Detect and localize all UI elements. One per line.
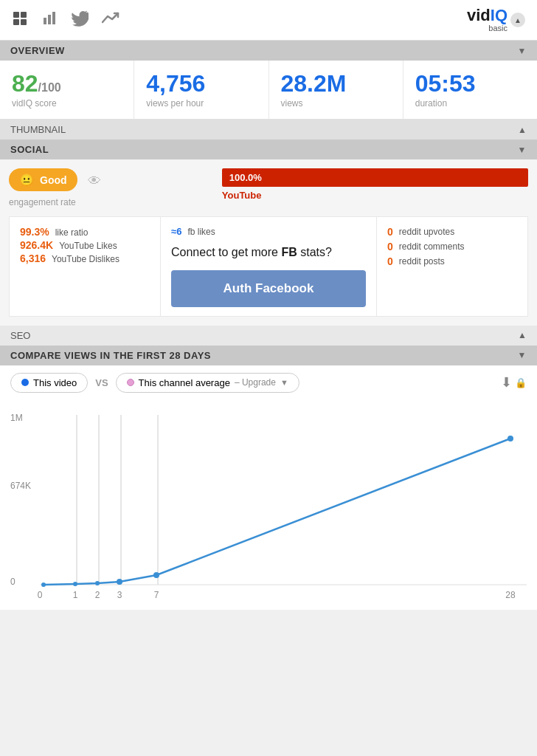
score-cell: 82/100 vidIQ score xyxy=(0,61,134,119)
compare-label: COMPARE VIEWS IN THE FIRST 28 DAYS xyxy=(10,350,211,361)
engagement-badge: 😐 Good xyxy=(9,168,77,191)
fb-likes-row: ≈6 fb likes xyxy=(171,226,366,237)
x-label-3: 3 xyxy=(117,590,122,599)
bar-chart-icon[interactable] xyxy=(41,10,58,30)
like-ratio-val: 99.3% xyxy=(20,226,49,238)
compare-section: This video VS This channel average – Upg… xyxy=(0,365,537,610)
duration-label: duration xyxy=(415,98,525,109)
fb-connect-text: Connect to get more FB stats? xyxy=(171,244,366,261)
twitter-icon[interactable] xyxy=(71,10,89,30)
chart-line xyxy=(44,439,510,585)
score-value: 82 xyxy=(12,70,38,97)
dropdown-arrow-icon[interactable]: ▼ xyxy=(280,378,288,387)
compare-chart: 1M 674K 0 0 1 2 3 7 28 xyxy=(10,408,527,599)
chart-dot-1 xyxy=(73,582,77,586)
trending-icon[interactable] xyxy=(102,10,119,30)
seo-section-header: SEO ▲ xyxy=(0,326,537,346)
x-label-1: 1 xyxy=(73,590,78,599)
youtube-bar-area: 100.0% YouTube xyxy=(222,168,528,201)
channel-avg-button[interactable]: This channel average – Upgrade ▼ xyxy=(116,373,299,393)
social-section-header: SOCIAL ▼ xyxy=(0,140,537,159)
upgrade-label: – Upgrade xyxy=(235,377,276,388)
yt-dislikes-item: 6,316 YouTube Dislikes xyxy=(20,252,150,264)
social-body: 😐 Good 👁 engagement rate 100.0% YouTube … xyxy=(0,159,537,325)
this-video-button[interactable]: This video xyxy=(10,373,88,393)
vs-text: VS xyxy=(95,377,108,388)
auth-facebook-label: Auth Facebook xyxy=(224,281,314,295)
eye-icon[interactable]: 👁 xyxy=(88,173,101,189)
reddit-upvotes-item: 0 reddit upvotes xyxy=(387,226,517,238)
this-video-dot xyxy=(21,379,29,386)
yt-dislikes-label: YouTube Dislikes xyxy=(52,254,119,264)
fb-col: ≈6 fb likes Connect to get more FB stats… xyxy=(161,217,377,315)
chart-area: 1M 674K 0 0 1 2 3 7 28 xyxy=(0,400,537,610)
svg-rect-2 xyxy=(13,19,19,25)
chart-dot-3 xyxy=(117,579,122,585)
reddit-col: 0 reddit upvotes 0 reddit comments 0 red… xyxy=(377,217,527,315)
fb-likes-label: fb likes xyxy=(187,227,215,237)
x-label-0: 0 xyxy=(38,590,43,599)
header-nav-icons xyxy=(12,10,119,30)
reddit-posts-item: 0 reddit posts xyxy=(387,255,517,267)
reddit-upvotes-label: reddit upvotes xyxy=(399,227,454,237)
this-video-label: This video xyxy=(33,377,77,388)
x-label-7: 7 xyxy=(154,590,159,599)
reddit-comments-val: 0 xyxy=(387,241,393,252)
reddit-upvotes-val: 0 xyxy=(387,226,393,238)
reddit-comments-label: reddit comments xyxy=(399,241,465,252)
social-top-row: 😐 Good 👁 engagement rate 100.0% YouTube xyxy=(9,168,528,207)
svg-rect-1 xyxy=(21,12,27,18)
chart-dot-28 xyxy=(507,436,513,441)
compare-controls: This video VS This channel average – Upg… xyxy=(0,365,537,400)
score-label: vidIQ score xyxy=(12,98,122,109)
social-chevron[interactable]: ▼ xyxy=(518,145,527,155)
reddit-posts-label: reddit posts xyxy=(399,256,445,267)
logo-area: vidIQ basic ▲ xyxy=(467,7,525,32)
youtube-bar: 100.0% xyxy=(222,168,528,187)
overview-chevron[interactable]: ▼ xyxy=(518,46,527,56)
svg-rect-3 xyxy=(21,19,27,25)
views-value: 28.2M xyxy=(281,71,391,97)
auth-facebook-button[interactable]: Auth Facebook xyxy=(171,270,366,307)
yt-stats-col: 99.3% like ratio 926.4K YouTube Likes 6,… xyxy=(10,217,161,315)
logo-chevron-icon[interactable]: ▲ xyxy=(510,13,525,27)
yt-likes-label: YouTube Likes xyxy=(59,241,117,251)
like-ratio-item: 99.3% like ratio xyxy=(20,226,150,238)
thumbnail-label: THUMBNAIL xyxy=(10,124,66,135)
svg-rect-6 xyxy=(52,12,55,24)
thumbnail-section-header: THUMBNAIL ▲ xyxy=(0,120,537,140)
logo-text: vidIQ xyxy=(467,7,507,24)
grid-icon[interactable] xyxy=(12,10,28,30)
chart-dot-7 xyxy=(153,572,159,578)
y-label-674k: 674K xyxy=(10,481,31,491)
views-per-hour-value: 4,756 xyxy=(146,71,256,97)
download-icon[interactable]: ⬇ xyxy=(501,374,512,391)
engagement-label: engagement rate xyxy=(9,197,213,207)
compare-chevron[interactable]: ▼ xyxy=(518,350,527,360)
overview-body: 82/100 vidIQ score 4,756 views per hour … xyxy=(0,61,537,120)
seo-label: SEO xyxy=(10,330,30,341)
yt-dislikes-val: 6,316 xyxy=(20,252,46,264)
thumbnail-chevron[interactable]: ▲ xyxy=(518,125,527,135)
youtube-label: YouTube xyxy=(222,190,528,201)
views-per-hour-cell: 4,756 views per hour xyxy=(134,61,268,119)
engagement-text: Good xyxy=(40,174,67,186)
channel-avg-dot xyxy=(127,379,134,386)
x-label-2: 2 xyxy=(95,590,100,599)
emoji-icon: 😐 xyxy=(19,173,34,187)
fb-bold: FB xyxy=(281,246,297,258)
y-label-0: 0 xyxy=(10,577,15,587)
logo-plan: basic xyxy=(467,24,507,32)
youtube-pct: 100.0% xyxy=(229,172,262,183)
overview-section-header: OVERVIEW ▼ xyxy=(0,41,537,61)
duration-value: 05:53 xyxy=(415,71,525,97)
reddit-posts-val: 0 xyxy=(387,255,393,267)
chart-dot-0 xyxy=(41,583,46,587)
svg-rect-4 xyxy=(44,18,46,24)
yt-likes-val: 926.4K xyxy=(20,239,53,251)
header: vidIQ basic ▲ xyxy=(0,0,537,41)
engagement-area: 😐 Good 👁 engagement rate xyxy=(9,168,213,207)
compare-section-header: COMPARE VIEWS IN THE FIRST 28 DAYS ▼ xyxy=(0,346,537,365)
seo-chevron[interactable]: ▲ xyxy=(518,330,527,340)
stats-row: 99.3% like ratio 926.4K YouTube Likes 6,… xyxy=(9,216,528,316)
